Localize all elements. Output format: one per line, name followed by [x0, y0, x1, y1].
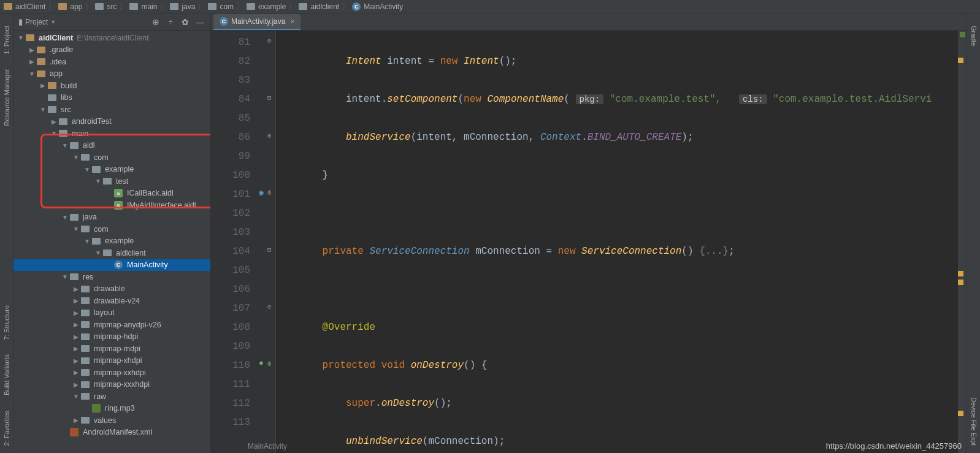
resource-manager-tab[interactable]: Resource Manager — [2, 64, 12, 131]
tree-root[interactable]: aidlClientE:\Instance\aidlClient — [13, 32, 210, 44]
tree-item[interactable]: example — [13, 235, 210, 248]
tree-item[interactable]: main — [13, 128, 210, 140]
tree-item[interactable]: src — [13, 104, 210, 116]
file-tab[interactable]: C MainActivity.java × — [213, 14, 301, 30]
breadcrumb-item[interactable]: aidlclient — [299, 2, 339, 11]
code-editor[interactable]: 8182838485869910010110210310410510610710… — [211, 31, 967, 453]
line-number: 111 — [211, 375, 250, 394]
expand-arrow-icon[interactable] — [38, 106, 48, 113]
line-number: 110 — [211, 356, 250, 375]
expand-arrow-icon[interactable] — [49, 130, 59, 137]
tree-item[interactable]: .gradle — [13, 44, 210, 56]
tree-item[interactable]: test — [13, 175, 210, 188]
expand-arrow-icon[interactable] — [71, 226, 81, 232]
tree-item[interactable]: .idea — [13, 56, 210, 68]
tree-item[interactable]: mipmap-xhdpi — [13, 355, 210, 367]
line-number: 81 — [211, 33, 250, 52]
expand-arrow-icon[interactable] — [38, 82, 48, 89]
line-number: 106 — [211, 280, 250, 299]
expand-arrow-icon[interactable] — [71, 310, 81, 316]
tree-item[interactable]: mipmap-anydpi-v26 — [13, 319, 210, 331]
expand-arrow-icon[interactable] — [60, 273, 70, 280]
expand-arrow-icon[interactable] — [71, 321, 81, 328]
breadcrumb-item[interactable]: example — [247, 2, 286, 11]
expand-arrow-icon[interactable] — [71, 357, 81, 364]
folder-icon — [48, 82, 56, 89]
code-content[interactable]: Intent intent = new Intent(); intent.set… — [276, 31, 958, 453]
expand-arrow-icon[interactable] — [71, 297, 81, 304]
settings-icon[interactable]: ✿ — [180, 17, 191, 28]
tree-item[interactable]: aidlclient — [13, 247, 210, 259]
expand-arrow-icon[interactable] — [82, 166, 92, 173]
tree-item[interactable]: ring.mp3 — [13, 403, 210, 415]
project-tool-tab[interactable]: 1: Project — [2, 21, 12, 59]
expand-arrow-icon[interactable] — [71, 381, 81, 388]
gradle-tab[interactable]: Gradle — [969, 21, 979, 51]
folder-icon — [81, 226, 90, 232]
line-number: 107 — [211, 299, 250, 318]
expand-arrow-icon[interactable] — [82, 238, 92, 245]
folder-icon — [81, 345, 90, 352]
tree-item[interactable]: com — [13, 223, 210, 235]
tree-item[interactable]: mipmap-hdpi — [13, 331, 210, 343]
tree-item[interactable]: layout — [13, 307, 210, 319]
expand-arrow-icon[interactable] — [27, 47, 37, 53]
expand-arrow-icon[interactable] — [49, 118, 59, 125]
tree-item[interactable]: aICallBack.aidl — [13, 188, 210, 200]
tree-item[interactable]: mipmap-mdpi — [13, 343, 210, 355]
tree-item[interactable]: example — [13, 164, 210, 176]
close-tab-icon[interactable]: × — [290, 18, 294, 25]
tree-item[interactable]: mipmap-xxhdpi — [13, 367, 210, 379]
tree-item[interactable]: build — [13, 80, 210, 92]
expand-arrow-icon[interactable] — [71, 369, 81, 376]
tree-item[interactable]: AndroidManifest.xml — [13, 427, 210, 439]
build-variants-tab[interactable]: Build Variants — [2, 349, 12, 400]
tree-item[interactable]: CMainActivity — [13, 259, 210, 272]
expand-arrow-icon[interactable] — [60, 142, 70, 149]
tree-item[interactable]: mipmap-xxxhdpi — [13, 379, 210, 391]
expand-arrow-icon[interactable] — [71, 333, 81, 340]
device-explorer-tab[interactable]: Device File Expl — [969, 392, 979, 451]
expand-arrow-icon[interactable] — [71, 417, 81, 424]
hide-icon[interactable]: — — [194, 17, 205, 28]
expand-arrow-icon[interactable] — [93, 249, 103, 256]
breadcrumb-item[interactable]: src — [95, 2, 117, 11]
tree-item[interactable]: aidl — [13, 140, 210, 152]
tree-item[interactable]: app — [13, 68, 210, 80]
folder-icon — [81, 381, 90, 388]
tree-item[interactable]: androidTest — [13, 116, 210, 128]
folder-icon — [92, 166, 101, 173]
breadcrumb-item[interactable]: CMainActivity — [352, 2, 403, 11]
tree-item[interactable]: aIMyAidlInterface.aidl — [13, 199, 210, 211]
breadcrumb-item[interactable]: main — [129, 2, 157, 11]
tree-item[interactable]: libs — [13, 92, 210, 104]
tree-item[interactable]: drawable-v24 — [13, 295, 210, 307]
tree-item[interactable]: java — [13, 211, 210, 224]
breadcrumb-item[interactable]: app — [58, 2, 82, 11]
expand-arrow-icon[interactable] — [71, 345, 81, 352]
folder-icon — [37, 70, 45, 77]
folder-icon — [103, 178, 112, 185]
folder-icon — [59, 130, 67, 137]
breadcrumb-item[interactable]: java — [170, 2, 195, 11]
tree-item[interactable]: com — [13, 151, 210, 164]
expand-arrow-icon[interactable] — [27, 70, 37, 77]
tree-item[interactable]: values — [13, 414, 210, 427]
tree-item[interactable]: drawable — [13, 283, 210, 295]
expand-arrow-icon[interactable] — [71, 154, 81, 161]
favorites-tab[interactable]: 2: Favorites — [2, 406, 12, 451]
breadcrumb-item[interactable]: aidlClient — [4, 2, 45, 11]
locate-icon[interactable]: ⊕ — [150, 17, 161, 28]
expand-arrow-icon[interactable] — [93, 178, 103, 185]
expand-arrow-icon[interactable] — [71, 393, 81, 400]
tree-item[interactable]: raw — [13, 390, 210, 403]
structure-tab[interactable]: 7: Structure — [2, 300, 12, 345]
collapse-icon[interactable]: ÷ — [165, 17, 176, 28]
expand-arrow-icon[interactable] — [71, 286, 81, 292]
project-tree[interactable]: aidlClientE:\Instance\aidlClient.gradle.… — [13, 31, 210, 453]
expand-arrow-icon[interactable] — [27, 58, 37, 65]
scrollbar-strip[interactable] — [958, 31, 967, 453]
tree-item[interactable]: res — [13, 271, 210, 283]
breadcrumb-item[interactable]: com — [208, 2, 234, 11]
expand-arrow-icon[interactable] — [60, 214, 70, 221]
